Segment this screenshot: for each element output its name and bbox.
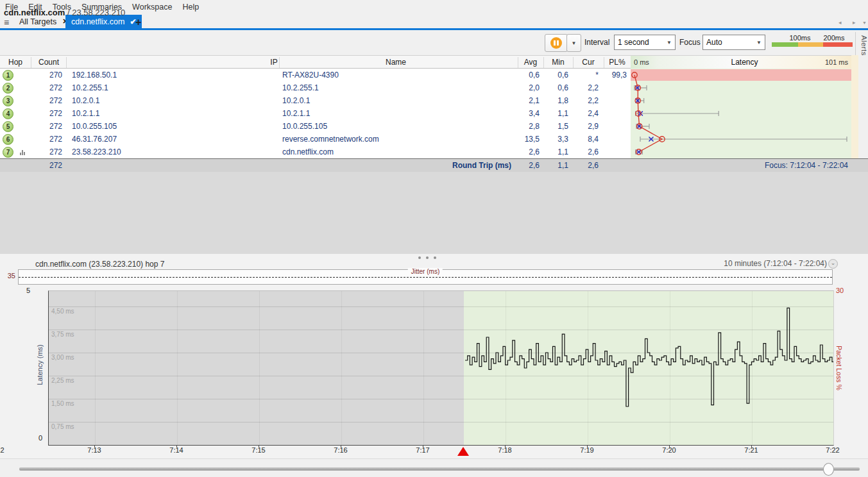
gridline (49, 330, 833, 330)
column-divider (543, 57, 544, 68)
time-axis-label: 7:21 (744, 446, 758, 454)
focus-value: Auto (706, 38, 722, 47)
latency-column-header[interactable]: 0 ms Latency 101 ms (631, 55, 858, 69)
new-tab-button[interactable]: + (135, 17, 141, 28)
cell-ip: 10.2.1.1 (72, 107, 264, 120)
cell-cur: * (566, 69, 599, 81)
menu-bar: FileEditToolsSummariesWorkspaceHelp (0, 0, 868, 15)
focus-start-marker[interactable] (457, 447, 469, 456)
pause-button[interactable] (545, 34, 568, 52)
gridline (49, 353, 833, 353)
slider-thumb[interactable] (823, 463, 834, 476)
focus-select[interactable]: Auto ▼ (702, 35, 765, 50)
minute-gridline (588, 291, 588, 445)
minute-gridline (670, 291, 670, 445)
column-header-min[interactable]: Min (552, 58, 564, 67)
table-row[interactable]: 627246.31.76.207reverse.comnetnetwork.co… (0, 133, 631, 146)
minute-gridline (259, 291, 260, 445)
table-row[interactable]: 327210.2.0.110.2.0.12,11,82,2 (0, 94, 631, 107)
cell-name: reverse.comnetnetwork.com (282, 133, 507, 146)
cell-avg: 2,8 (507, 120, 540, 133)
packet-loss-axis-max: 30 (836, 287, 844, 294)
packet-loss-axis-label: Packet Loss % (835, 342, 843, 394)
interval-select[interactable]: 1 second ▼ (614, 35, 676, 50)
right-gutter (858, 55, 868, 158)
gridline-label: 0,75 ms (51, 423, 74, 430)
column-header-avg[interactable]: Avg (524, 58, 537, 67)
column-divider (279, 57, 280, 68)
cell-name: RT-AX82U-4390 (282, 69, 507, 81)
timeline-range-label[interactable]: 10 minutes (7:12:04 - 7:22:04) (724, 259, 827, 268)
cell-pl: 99,3 (595, 69, 627, 81)
menu-item-help[interactable]: Help (177, 0, 204, 12)
target-host: cdn.netflix.com (4, 8, 65, 17)
pause-dropdown-button[interactable]: ▼ (566, 34, 581, 52)
target-title: cdn.netflix.com / 23.58.223.210 (4, 8, 125, 17)
column-divider (66, 57, 67, 68)
latency-axis-label: Latency (ms) (36, 344, 44, 385)
cell-pl (595, 120, 627, 133)
latency-axis-max: 5 (21, 287, 30, 294)
latency-max-label: 101 ms (825, 58, 848, 66)
time-axis-label: 7:14 (169, 446, 183, 454)
summary-row[interactable]: 272 Round Trip (ms) 2,6 1,1 2,6 Focus: 7… (0, 158, 868, 172)
hop-badge: 2 (3, 83, 13, 94)
cell-count: 272 (26, 120, 62, 133)
chevron-circle-icon[interactable]: ⌄ (828, 259, 838, 269)
summary-cur: 2,6 (566, 159, 599, 172)
menu-item-workspace[interactable]: Workspace (127, 0, 177, 12)
time-axis-label: 7:19 (580, 446, 593, 454)
splitter-handle[interactable] (426, 256, 429, 259)
table-row[interactable]: 1270192.168.50.1RT-AX82U-43900,60,6*99,3 (0, 69, 631, 81)
time-axis-label: 7:18 (498, 446, 511, 454)
column-header-count[interactable]: Count (38, 58, 59, 67)
cell-cur: 2,4 (566, 107, 599, 120)
cell-name: 10.2.255.1 (282, 81, 507, 94)
slider-track[interactable] (19, 467, 860, 471)
table-row[interactable]: 227210.2.255.110.2.255.12,00,62,2 (0, 81, 631, 94)
timeline-scroll-bar (0, 458, 868, 477)
table-row[interactable]: 527210.0.255.10510.0.255.1052,81,52,9 (0, 120, 631, 133)
gridline-label: 3,00 ms (51, 354, 74, 361)
cell-min: 0,6 (536, 81, 568, 94)
hop-badge: 3 (3, 96, 13, 106)
column-header-name[interactable]: Name (386, 58, 406, 67)
cell-avg: 0,6 (507, 69, 540, 81)
gridline-label: 3,75 ms (51, 331, 74, 338)
tab-scroll-left-icon[interactable]: ◂ (838, 19, 842, 26)
empty-panel (0, 172, 868, 254)
time-axis-label: 7:16 (334, 446, 347, 454)
latency-scale-red (823, 42, 853, 47)
column-header-cur[interactable]: Cur (582, 58, 594, 67)
tab-overflow-icon[interactable]: ▼ (862, 21, 867, 25)
timeline-plot[interactable]: 4,50 ms3,75 ms3,00 ms2,25 ms1,50 ms0,75 … (48, 290, 834, 446)
cell-count: 272 (26, 81, 62, 94)
cell-cur: 2,2 (566, 81, 599, 94)
timeline-panel: cdn.netflix.com (23.58.223.210) hop 7 10… (0, 254, 868, 458)
column-header-hop[interactable]: Hop (8, 58, 22, 67)
cell-avg: 2,6 (507, 146, 540, 158)
cell-avg: 3,4 (507, 107, 540, 120)
splitter-handle[interactable] (434, 256, 436, 259)
minute-gridline (423, 291, 424, 445)
pingplotter-window: FileEditToolsSummariesWorkspaceHelp ≡ Al… (0, 0, 868, 477)
cell-cur: 8,4 (566, 133, 599, 146)
tab-scroll-right-icon[interactable]: ▸ (853, 19, 856, 26)
column-divider (518, 57, 518, 68)
hamburger-icon[interactable]: ≡ (4, 17, 9, 28)
hop-badge: 5 (3, 121, 13, 132)
hop-badge: 6 (3, 134, 13, 145)
column-header-ip[interactable]: IP (270, 58, 277, 67)
latency-scale-green (772, 42, 798, 47)
gridline-label: 4,50 ms (51, 308, 74, 315)
splitter-handle[interactable] (418, 256, 421, 259)
column-divider (573, 57, 574, 68)
table-row[interactable]: 427210.2.1.110.2.1.13,41,12,4 (0, 107, 631, 120)
chevron-down-icon: ▼ (667, 40, 672, 46)
cell-min: 3,3 (536, 133, 568, 146)
hop-latency-graph (631, 69, 858, 158)
minute-gridline (95, 291, 96, 445)
column-header-pl[interactable]: PL% (609, 58, 625, 67)
cell-min: 1,1 (536, 107, 568, 120)
table-row[interactable]: 727223.58.223.210cdn.netflix.com2,61,12,… (0, 146, 631, 158)
